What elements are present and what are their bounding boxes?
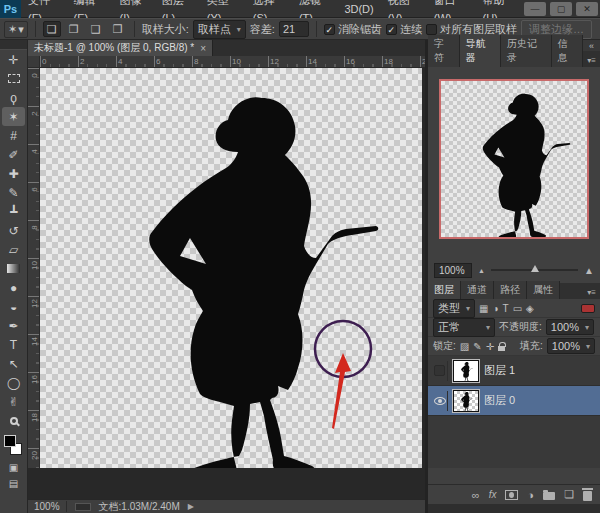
- panel-menu-icon[interactable]: ▾≡: [583, 286, 600, 299]
- tab-close-icon[interactable]: ×: [200, 43, 206, 54]
- filter-toggle-switch[interactable]: [581, 304, 595, 313]
- move-tool[interactable]: ✛: [0, 50, 27, 69]
- lasso-tool[interactable]: ϙ: [0, 88, 27, 107]
- zoom-out-icon[interactable]: ▲: [478, 267, 485, 274]
- tab-paths[interactable]: 路径: [494, 281, 527, 299]
- collapse-panels-icon[interactable]: «: [589, 41, 594, 51]
- new-adjustment-layer-icon[interactable]: ◑: [527, 489, 534, 501]
- visibility-well[interactable]: [432, 391, 448, 411]
- opacity-dropdown[interactable]: 100% ▾: [546, 319, 594, 335]
- filter-type-layers-icon[interactable]: T: [503, 303, 509, 314]
- crop-tool[interactable]: #: [0, 126, 27, 145]
- layer-name[interactable]: 图层 1: [484, 363, 515, 378]
- dodge-tool[interactable]: ◒: [0, 297, 27, 316]
- path-selection-icon: ↖: [8, 358, 18, 370]
- navigator-proxy-view[interactable]: [439, 79, 589, 239]
- tab-info[interactable]: 信息: [552, 35, 584, 67]
- gradient-tool[interactable]: [0, 259, 27, 278]
- minimize-button[interactable]: —: [524, 2, 546, 16]
- document-area: 未标题-1 @ 100% (图层 0, RGB/8) * × 0 2 4 6 8…: [28, 40, 425, 513]
- status-menu-arrow-icon[interactable]: ▶: [188, 502, 194, 511]
- tab-navigator[interactable]: 导航器: [460, 35, 501, 67]
- lock-transparency-icon[interactable]: ▨: [460, 341, 469, 352]
- new-layer-icon[interactable]: ❏: [564, 488, 574, 501]
- add-layer-mask-icon[interactable]: [505, 490, 518, 500]
- filter-adjustment-layers-icon[interactable]: ◑: [492, 303, 498, 314]
- tab-layers[interactable]: 图层: [428, 281, 461, 299]
- marquee-tool[interactable]: [0, 69, 27, 88]
- zoom-slider-thumb[interactable]: [531, 265, 539, 272]
- zoom-in-icon[interactable]: ▲: [584, 265, 594, 276]
- document-tab[interactable]: 未标题-1 @ 100% (图层 0, RGB/8) * ×: [28, 40, 213, 56]
- filter-shape-layers-icon[interactable]: ▭: [513, 303, 522, 314]
- eye-visible-icon: [434, 397, 446, 405]
- status-bar: 100% 文档:1.03M/2.40M ▶: [28, 499, 425, 513]
- new-selection-button[interactable]: ❏: [43, 21, 61, 37]
- tab-character[interactable]: 字符: [428, 35, 460, 67]
- add-to-selection-button[interactable]: ❐: [65, 21, 83, 37]
- path-selection-tool[interactable]: ↖: [0, 354, 27, 373]
- menu-3d[interactable]: 3D(D): [337, 0, 380, 18]
- tools-panel-grip[interactable]: [0, 40, 27, 50]
- layer-thumbnail[interactable]: [453, 360, 479, 382]
- blur-tool[interactable]: ●: [0, 278, 27, 297]
- filter-smart-object-icon[interactable]: ◈: [526, 303, 534, 314]
- active-tool-preset[interactable]: ✶ ▾: [4, 21, 28, 38]
- quick-mask-button[interactable]: ▣: [0, 459, 27, 475]
- maximize-button[interactable]: ▢: [550, 2, 572, 16]
- lock-all-icon[interactable]: [498, 346, 505, 351]
- status-zoom-level[interactable]: 100%: [34, 501, 67, 512]
- chevron-down-icon: ▾: [466, 304, 470, 313]
- type-tool[interactable]: T: [0, 335, 27, 354]
- intersect-selection-button[interactable]: ❒: [109, 21, 127, 37]
- spot-healing-brush-tool[interactable]: ✚: [0, 164, 27, 183]
- canvas[interactable]: [40, 68, 422, 468]
- tab-channels[interactable]: 通道: [461, 281, 494, 299]
- screen-mode-button[interactable]: ▤: [0, 475, 27, 491]
- lock-position-icon[interactable]: ✛: [486, 341, 494, 352]
- new-group-icon[interactable]: [543, 492, 555, 500]
- eraser-tool[interactable]: ▱: [0, 240, 27, 259]
- pen-tool[interactable]: ✒: [0, 316, 27, 335]
- ruler-label: 12: [270, 57, 279, 66]
- eyedropper-tool[interactable]: ✐: [0, 145, 27, 164]
- visibility-well[interactable]: [432, 361, 448, 381]
- lock-pixels-icon[interactable]: ✎: [473, 341, 481, 352]
- panel-menu-icon[interactable]: ▾≡: [583, 54, 600, 67]
- zoom-slider[interactable]: [491, 269, 578, 271]
- fill-label: 填充:: [520, 339, 543, 353]
- tab-properties[interactable]: 属性: [527, 281, 560, 299]
- layer-row-1[interactable]: 图层 1: [428, 356, 600, 386]
- sample-size-dropdown[interactable]: 取样点 ▾: [193, 20, 246, 39]
- shape-tool[interactable]: ◯: [0, 373, 27, 392]
- layer-row-0[interactable]: 图层 0: [428, 386, 600, 416]
- blend-mode-dropdown[interactable]: 正常 ▾: [433, 318, 495, 337]
- history-brush-tool[interactable]: ↺: [0, 221, 27, 240]
- navigator-thumbnail: [441, 81, 587, 237]
- tolerance-input[interactable]: [279, 21, 309, 37]
- filter-pixel-layers-icon[interactable]: ▦: [479, 303, 488, 314]
- layer-style-icon[interactable]: fx: [489, 489, 497, 500]
- zoom-tool[interactable]: [0, 411, 27, 430]
- navigator-zoom-value[interactable]: 100%: [434, 263, 472, 278]
- delete-layer-icon[interactable]: [583, 491, 592, 501]
- close-button[interactable]: ✕: [576, 2, 598, 16]
- brush-tool[interactable]: ✎: [0, 183, 27, 202]
- contiguous-checkbox[interactable]: ✓ 连续: [386, 22, 422, 37]
- layer-thumbnail[interactable]: [453, 390, 479, 412]
- eyedropper-icon: ✐: [8, 149, 18, 161]
- clone-stamp-tool[interactable]: ┻: [0, 202, 27, 221]
- tab-history[interactable]: 历史记录: [501, 35, 552, 67]
- fill-dropdown[interactable]: 100% ▾: [547, 338, 595, 354]
- subtract-from-selection-button[interactable]: ❑: [87, 21, 105, 37]
- filter-type-dropdown[interactable]: 类型 ▾: [433, 299, 475, 318]
- hand-tool[interactable]: ✌: [0, 392, 27, 411]
- magic-wand-tool[interactable]: ✶: [2, 107, 25, 126]
- anti-alias-checkbox[interactable]: ✓ 消除锯齿: [324, 22, 382, 37]
- link-layers-icon[interactable]: ∞: [472, 489, 480, 501]
- layer-name[interactable]: 图层 0: [484, 393, 515, 408]
- opacity-label: 不透明度:: [499, 320, 542, 334]
- pen-icon: ✒: [8, 320, 18, 332]
- foreground-color-swatch[interactable]: [4, 435, 16, 447]
- color-swatches[interactable]: [0, 433, 27, 459]
